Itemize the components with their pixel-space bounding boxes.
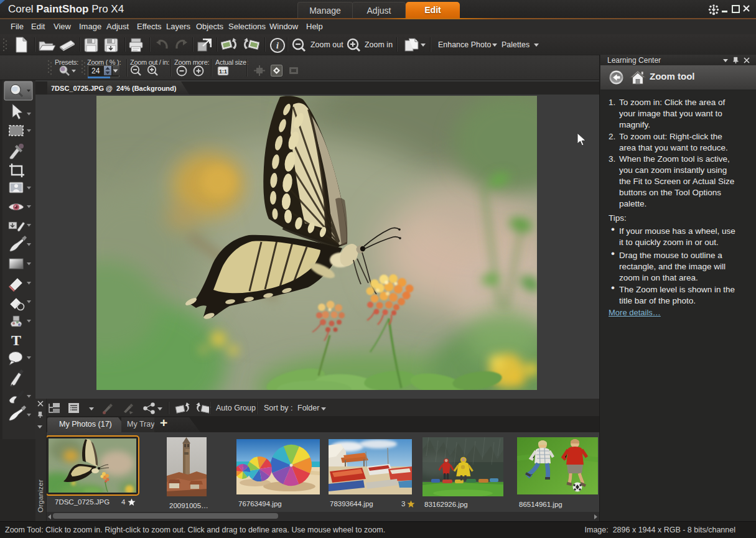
svg-text:1:1: 1:1 <box>219 68 227 75</box>
svg-text:i: i <box>276 41 279 50</box>
svg-text:T: T <box>11 332 21 348</box>
